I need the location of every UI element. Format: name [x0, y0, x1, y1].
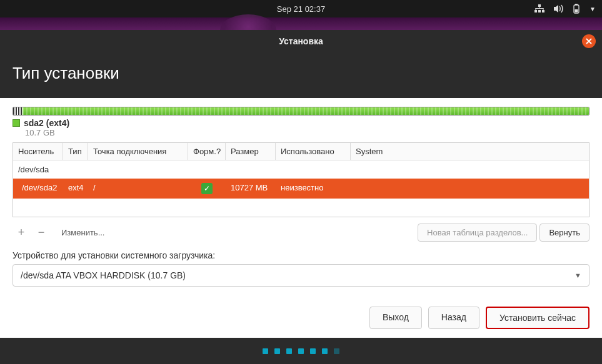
partition-name: sda2 (ext4) — [24, 118, 69, 128]
col-type[interactable]: Тип — [63, 143, 88, 160]
svg-rect-10 — [575, 9, 578, 12]
svg-rect-7 — [543, 8, 544, 10]
svg-rect-9 — [575, 4, 578, 5]
progress-dots — [0, 338, 602, 364]
close-button[interactable] — [582, 34, 596, 48]
cell-type — [63, 163, 88, 176]
installer-window: Установка Тип установки sda2 (ext4) 10.7… — [0, 30, 602, 364]
bootloader-label: Устройство для установки системного загр… — [13, 250, 589, 260]
chevron-down-icon: ▼ — [574, 272, 581, 279]
partition-segment-head — [13, 107, 23, 115]
battery-icon[interactable] — [572, 4, 581, 14]
install-now-button[interactable]: Установить сейчас — [486, 307, 589, 329]
cell-mount — [88, 163, 188, 176]
chevron-down-icon[interactable]: ▼ — [589, 6, 596, 12]
table-header: Носитель Тип Точка подключения Форм.? Ра… — [13, 143, 589, 160]
svg-rect-3 — [542, 10, 544, 12]
partition-bar[interactable]: sda2 (ext4) 10.7 GB — [13, 107, 589, 137]
system-topbar: Sep 21 02:37 ▼ — [0, 0, 602, 17]
system-tray: ▼ — [534, 4, 596, 14]
partition-swatch-icon — [13, 119, 20, 127]
cell-format: ✓ — [188, 181, 226, 196]
content-panel: sda2 (ext4) 10.7 GB Носитель Тип Точка п… — [0, 98, 602, 295]
svg-rect-1 — [534, 10, 537, 12]
page-title: Тип установки — [0, 52, 602, 98]
cell-used: неизвестно — [276, 181, 351, 196]
partition-segment-sda2 — [23, 107, 589, 115]
bootloader-value: /dev/sda ATA VBOX HARDDISK (10.7 GB) — [21, 270, 186, 280]
step-dot[interactable] — [286, 348, 292, 354]
new-partition-table-button[interactable]: Новая таблица разделов... — [418, 224, 537, 242]
step-dot[interactable] — [334, 348, 339, 354]
back-button[interactable]: Назад — [428, 307, 479, 329]
col-device[interactable]: Носитель — [13, 143, 63, 160]
table-row[interactable]: /dev/sda — [13, 160, 589, 179]
col-system[interactable]: System — [351, 143, 589, 160]
checkmark-icon[interactable]: ✓ — [201, 183, 213, 194]
window-title: Установка — [279, 36, 323, 46]
change-partition-button[interactable]: Изменить... — [53, 224, 113, 241]
svg-rect-6 — [536, 8, 536, 10]
col-format[interactable]: Форм.? — [188, 143, 226, 160]
remove-partition-button[interactable]: − — [33, 224, 50, 242]
revert-button[interactable]: Вернуть — [539, 224, 589, 242]
clock[interactable]: Sep 21 02:37 — [277, 4, 325, 14]
cell-system — [351, 163, 589, 176]
cell-type: ext4 — [63, 181, 88, 196]
cell-system — [351, 181, 589, 196]
cell-size — [226, 163, 276, 176]
svg-rect-5 — [536, 8, 544, 9]
step-dot[interactable] — [263, 348, 268, 354]
cell-device: /dev/sda2 — [13, 181, 63, 196]
cell-size: 10727 MB — [226, 181, 276, 196]
bootloader-select[interactable]: /dev/sda ATA VBOX HARDDISK (10.7 GB) ▼ — [13, 264, 589, 287]
step-dot[interactable] — [322, 348, 328, 354]
network-icon[interactable] — [534, 4, 544, 13]
window-titlebar: Установка — [0, 30, 602, 52]
svg-rect-2 — [538, 10, 541, 12]
cell-device: /dev/sda — [13, 163, 63, 176]
nav-buttons: Выход Назад Установить сейчас — [0, 295, 602, 340]
partition-table: Носитель Тип Точка подключения Форм.? Ра… — [13, 142, 589, 217]
partition-size: 10.7 GB — [25, 128, 589, 137]
svg-rect-0 — [538, 4, 541, 7]
col-used[interactable]: Использовано — [276, 143, 351, 160]
step-dot[interactable] — [274, 348, 280, 354]
col-mount[interactable]: Точка подключения — [88, 143, 188, 160]
cell-format — [188, 163, 226, 176]
volume-icon[interactable] — [553, 4, 563, 13]
table-row[interactable]: /dev/sda2 ext4 / ✓ 10727 MB неизвестно — [13, 179, 589, 199]
step-dot[interactable] — [298, 348, 304, 354]
cell-used — [276, 163, 351, 176]
add-partition-button[interactable]: + — [13, 224, 30, 242]
table-body: /dev/sda /dev/sda2 ext4 / ✓ 10727 MB неи… — [13, 160, 589, 217]
quit-button[interactable]: Выход — [369, 307, 422, 329]
cell-mount: / — [88, 181, 188, 196]
step-dot[interactable] — [310, 348, 316, 354]
col-size[interactable]: Размер — [226, 143, 276, 160]
table-toolbar: + − Изменить... Новая таблица разделов..… — [13, 224, 589, 242]
